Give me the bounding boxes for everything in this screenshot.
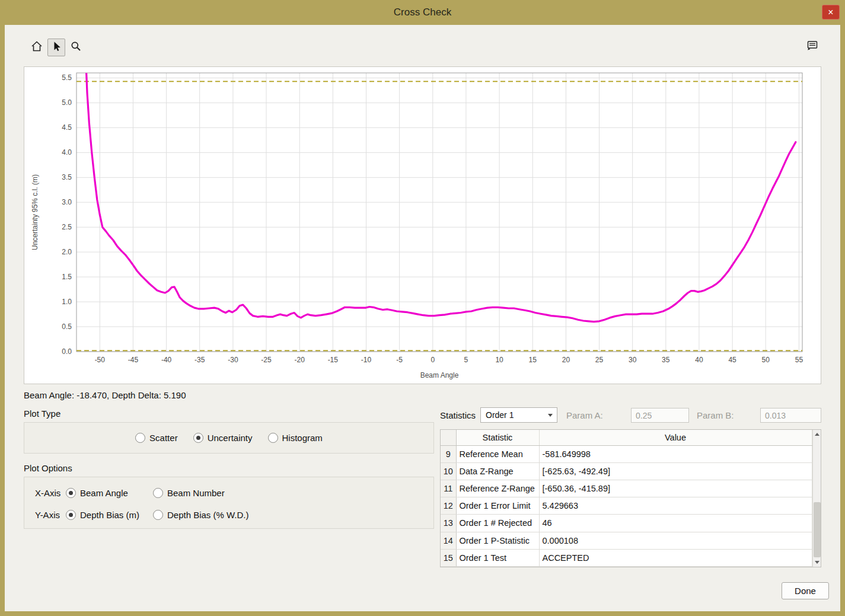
table-header-row: Statistic Value	[441, 430, 812, 445]
svg-text:5.0: 5.0	[62, 98, 72, 107]
svg-text:-10: -10	[361, 356, 372, 364]
svg-text:20: 20	[562, 356, 570, 364]
statistic-cell: Reference Mean	[456, 445, 539, 462]
radio-histogram[interactable]: Histogram	[268, 433, 323, 443]
svg-text:50: 50	[762, 356, 770, 364]
scroll-thumb[interactable]	[814, 502, 821, 557]
statistics-label: Statistics	[440, 410, 476, 420]
cursor-arrow-icon	[50, 40, 62, 55]
svg-text:15: 15	[529, 356, 537, 364]
radio-circle	[66, 488, 76, 498]
uncertainty-chart[interactable]: -50-45-40-35-30-25-20-15-10-505101520253…	[24, 67, 822, 385]
svg-text:1.0: 1.0	[62, 298, 72, 306]
plot-options-label: Plot Options	[24, 463, 72, 473]
plot-options-group: X-Axis Beam Angle Beam Number Y-Axis Dep…	[24, 477, 434, 529]
svg-text:-5: -5	[396, 356, 403, 364]
dialog-content: -50-45-40-35-30-25-20-15-10-505101520253…	[5, 25, 840, 611]
close-icon: ×	[828, 8, 833, 17]
chart-panel: -50-45-40-35-30-25-20-15-10-505101520253…	[24, 66, 821, 384]
svg-text:0.0: 0.0	[62, 347, 72, 356]
svg-text:-45: -45	[128, 356, 139, 364]
table-row[interactable]: 15Order 1 TestACCEPTED	[441, 549, 812, 566]
param-b-label: Param B:	[697, 410, 734, 420]
radio-circle	[153, 488, 163, 498]
table-scrollbar[interactable]	[812, 430, 821, 567]
row-number: 9	[441, 445, 456, 462]
window-title: Cross Check	[394, 7, 451, 18]
svg-text:-25: -25	[261, 356, 272, 364]
param-b-input: 0.013	[760, 408, 821, 423]
radio-circle	[153, 510, 163, 520]
row-number: 11	[441, 480, 456, 497]
svg-text:30: 30	[629, 356, 637, 364]
svg-text:5.5: 5.5	[62, 74, 72, 82]
svg-text:2.0: 2.0	[62, 248, 72, 256]
close-button[interactable]: ×	[822, 5, 840, 20]
param-a-label: Param A:	[566, 410, 603, 420]
radio-scatter[interactable]: Scatter	[135, 433, 178, 443]
home-button[interactable]	[28, 39, 46, 56]
value-cell: 46	[539, 515, 812, 532]
svg-text:5: 5	[464, 356, 468, 364]
table-row[interactable]: 14Order 1 P-Statistic0.000108	[441, 532, 812, 549]
value-cell: [-625.63, -492.49]	[539, 462, 812, 480]
corner-cell	[441, 430, 456, 445]
value-header[interactable]: Value	[539, 430, 812, 445]
done-button[interactable]: Done	[782, 582, 829, 599]
table-row[interactable]: 11Reference Z-Range[-650.36, -415.89]	[441, 480, 812, 497]
statistic-cell: Order 1 # Rejected	[456, 515, 539, 532]
svg-text:0.5: 0.5	[62, 323, 72, 331]
svg-text:2.5: 2.5	[62, 223, 72, 231]
svg-text:4.5: 4.5	[62, 123, 72, 132]
chevron-down-icon	[544, 414, 557, 417]
svg-text:-20: -20	[295, 356, 305, 364]
statistic-cell: Data Z-Range	[456, 462, 539, 480]
scroll-up-icon[interactable]	[813, 430, 821, 439]
svg-text:-40: -40	[161, 356, 172, 364]
x-axis-label: X-Axis	[35, 488, 66, 498]
svg-text:40: 40	[695, 356, 703, 364]
radio-uncertainty[interactable]: Uncertainty	[193, 433, 253, 443]
statistic-cell: Order 1 Test	[456, 549, 539, 566]
statistic-cell: Order 1 Error Limit	[456, 497, 539, 515]
statistic-cell: Reference Z-Range	[456, 480, 539, 497]
svg-text:45: 45	[728, 356, 736, 364]
magnifier-icon	[70, 40, 82, 55]
radio-y-depth-bias-m[interactable]: Depth Bias (m)	[66, 510, 153, 520]
plot-type-group: Scatter Uncertainty Histogram	[24, 422, 434, 454]
table-row[interactable]: 10Data Z-Range[-625.63, -492.49]	[441, 462, 812, 480]
title-bar[interactable]: Cross Check ×	[0, 0, 845, 25]
value-cell: 0.000108	[539, 532, 812, 549]
row-number: 10	[441, 462, 456, 480]
radio-x-beam-angle[interactable]: Beam Angle	[66, 488, 153, 498]
svg-text:Beam Angle: Beam Angle	[420, 371, 459, 379]
pointer-tool-button[interactable]	[47, 39, 65, 56]
radio-circle	[66, 510, 76, 520]
table-row[interactable]: 9Reference Mean-581.649998	[441, 445, 812, 462]
scroll-down-icon[interactable]	[813, 558, 821, 567]
menu-icon	[806, 40, 819, 54]
svg-text:35: 35	[662, 356, 670, 364]
plot-type-label: Plot Type	[24, 408, 60, 419]
table-row[interactable]: 13Order 1 # Rejected46	[441, 515, 812, 532]
param-a-input: 0.25	[631, 408, 689, 423]
options-menu-button[interactable]	[803, 38, 821, 56]
radio-y-depth-bias-pct[interactable]: Depth Bias (% W.D.)	[153, 510, 249, 520]
zoom-tool-button[interactable]	[67, 39, 85, 56]
radio-circle	[135, 433, 145, 443]
statistic-header[interactable]: Statistic	[456, 430, 539, 445]
row-number: 14	[441, 532, 456, 549]
order-select-value: Order 1	[481, 410, 544, 420]
svg-text:3.0: 3.0	[62, 198, 72, 206]
svg-text:-35: -35	[194, 356, 205, 364]
statistics-table: Statistic Value 9Reference Mean-581.6499…	[440, 429, 821, 567]
value-cell: [-650.36, -415.89]	[539, 480, 812, 497]
order-select[interactable]: Order 1	[480, 407, 557, 423]
svg-text:1.5: 1.5	[62, 273, 72, 281]
value-cell: 5.429663	[539, 497, 812, 515]
table-row[interactable]: 12Order 1 Error Limit5.429663	[441, 497, 812, 515]
svg-text:25: 25	[595, 356, 604, 364]
cursor-readout: Beam Angle: -18.470, Depth Delta: 5.190	[24, 390, 186, 400]
radio-x-beam-number[interactable]: Beam Number	[153, 488, 225, 498]
y-axis-label: Y-Axis	[35, 510, 66, 520]
